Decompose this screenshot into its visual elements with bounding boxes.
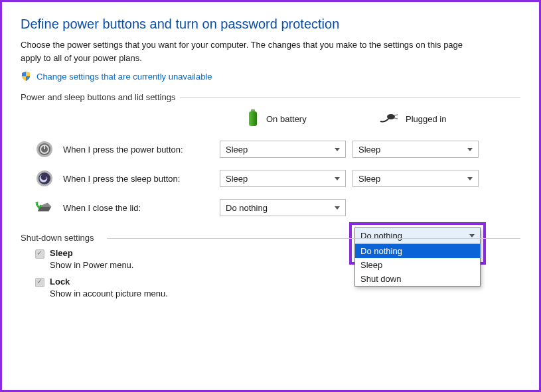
select-lid-battery-value: Do nothing <box>226 203 268 213</box>
chevron-down-icon <box>335 177 340 180</box>
page-title: Define power buttons and turn on passwor… <box>21 17 520 32</box>
svg-line-3 <box>394 115 398 115</box>
battery-icon <box>246 109 260 129</box>
sleep-button-icon <box>35 169 54 188</box>
select-power-plugged[interactable]: Sleep <box>352 141 479 158</box>
lid-icon <box>35 198 54 217</box>
section-power-sleep-lid: Power and sleep buttons and lid settings <box>21 92 520 102</box>
chevron-down-icon <box>335 148 340 151</box>
select-sleep-plugged-value: Sleep <box>358 174 380 184</box>
plug-icon <box>379 112 399 126</box>
shield-icon <box>21 71 31 82</box>
power-button-icon <box>35 140 54 159</box>
checkbox-lock-label: Lock <box>50 277 70 287</box>
column-plugged-in: Plugged in <box>352 112 485 126</box>
chevron-down-icon <box>467 148 473 151</box>
column-on-battery-label: On battery <box>266 114 307 124</box>
column-on-battery: On battery <box>220 109 352 129</box>
row-sleep-button-label: When I press the sleep button: <box>63 174 180 184</box>
select-power-battery-value: Sleep <box>226 145 248 155</box>
change-settings-link[interactable]: Change settings that are currently unava… <box>21 71 520 82</box>
change-settings-link-text[interactable]: Change settings that are currently unava… <box>37 72 212 82</box>
select-power-battery[interactable]: Sleep <box>220 141 346 158</box>
row-close-lid: When I close the lid: <box>21 198 220 217</box>
svg-rect-1 <box>249 111 257 126</box>
chevron-down-icon <box>467 177 473 180</box>
intro-text: Choose the power settings that you want … <box>21 38 485 64</box>
svg-rect-0 <box>251 109 255 111</box>
checkbox-sleep-label: Sleep <box>50 248 73 258</box>
column-plugged-in-label: Plugged in <box>406 114 446 124</box>
row-power-button: When I press the power button: <box>21 140 220 159</box>
row-power-button-label: When I press the power button: <box>63 145 183 155</box>
select-sleep-battery[interactable]: Sleep <box>220 170 346 187</box>
option-shut-down[interactable]: Shut down <box>355 272 480 286</box>
checkbox-lock-desc: Show in account picture menu. <box>50 289 520 298</box>
section-shutdown-settings: Shut-down settings <box>21 233 520 243</box>
svg-point-2 <box>387 114 395 119</box>
checkbox-sleep[interactable] <box>35 249 44 259</box>
row-close-lid-label: When I close the lid: <box>63 203 141 213</box>
select-power-plugged-value: Sleep <box>358 145 380 155</box>
svg-line-4 <box>394 118 398 119</box>
chevron-down-icon <box>335 206 340 210</box>
option-sleep[interactable]: Sleep <box>355 258 480 272</box>
select-sleep-battery-value: Sleep <box>226 174 248 184</box>
row-sleep-button: When I press the sleep button: <box>21 169 220 188</box>
select-sleep-plugged[interactable]: Sleep <box>352 170 479 187</box>
option-do-nothing[interactable]: Do nothing <box>355 244 480 258</box>
select-lid-battery[interactable]: Do nothing <box>220 199 346 216</box>
checkbox-lock[interactable] <box>35 278 44 287</box>
